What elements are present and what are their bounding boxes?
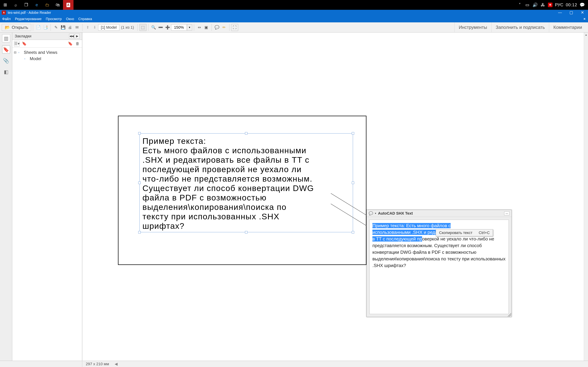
comment-icon: 💬 bbox=[369, 211, 373, 216]
avira-tray-icon[interactable]: ✶ bbox=[548, 3, 553, 7]
marquee-zoom-button[interactable]: 🔍 bbox=[150, 24, 157, 31]
file-explorer-icon[interactable]: 🗀 bbox=[42, 0, 52, 10]
window-title: tes-wint.pdf - Adobe Reader bbox=[8, 11, 51, 15]
chevron-down-icon[interactable]: ▼ bbox=[374, 212, 377, 215]
bookmarks-title: Закладки bbox=[15, 34, 31, 38]
document-text: Пример текста: Есть много файлов с испол… bbox=[142, 136, 350, 231]
fit-page-button[interactable]: ▣ bbox=[203, 24, 210, 31]
start-button[interactable]: ⊞ bbox=[0, 0, 10, 10]
bookmark-node-sheets[interactable]: ⊟ ▫ Sheets and Views bbox=[13, 49, 81, 56]
next-page-button[interactable]: ⬇ bbox=[91, 24, 98, 31]
bookmarks-toolbar: ☰▾ 🔖 🔖 🗑 bbox=[12, 40, 82, 48]
minimize-button[interactable]: — bbox=[554, 10, 566, 15]
adobe-reader-taskbar-icon[interactable]: A bbox=[63, 0, 73, 10]
vertical-scrollbar[interactable]: ▴ bbox=[584, 33, 588, 361]
network-icon[interactable]: 🖧 bbox=[540, 2, 545, 8]
page-number-field[interactable]: [1] Model bbox=[98, 24, 119, 31]
menu-window[interactable]: Окно bbox=[64, 15, 76, 22]
context-menu[interactable]: Скопировать текст Ctrl+C bbox=[436, 229, 493, 236]
document-viewport[interactable]: Пример текста: Есть много файлов с испол… bbox=[82, 33, 584, 361]
new-bookmark-button[interactable]: 🔖 bbox=[67, 41, 73, 47]
taskbar-clock[interactable]: 00:12 bbox=[566, 2, 577, 7]
action-center-icon[interactable]: 💬 bbox=[579, 2, 585, 8]
adobe-reader-icon: A bbox=[2, 10, 6, 15]
comments-panel-button[interactable]: Комментарии bbox=[549, 22, 586, 33]
edit-pdf-button[interactable]: ✎ bbox=[52, 24, 60, 31]
sticky-note-button[interactable]: 💬 bbox=[214, 24, 221, 31]
page-count: (1 из 1) bbox=[119, 25, 136, 30]
page-size-status: 297 x 210 мм bbox=[82, 361, 112, 367]
tools-panel-button[interactable]: Инструменты bbox=[454, 22, 491, 33]
open-button-label: Открыть bbox=[12, 25, 28, 30]
menu-edit[interactable]: Редактирование bbox=[13, 15, 43, 22]
battery-icon[interactable]: ▭ bbox=[525, 2, 530, 8]
comment-popup-body[interactable]: Пример текста: Есть много файлов с испол… bbox=[369, 220, 509, 314]
open-button[interactable]: 📂 Открыть bbox=[2, 24, 31, 31]
taskbar-search-icon[interactable]: ⌕ bbox=[10, 0, 21, 10]
tree-expander-icon[interactable]: ⊟ bbox=[13, 50, 17, 54]
thumbnails-rail-button[interactable]: ▥ bbox=[2, 34, 10, 42]
close-button[interactable]: ✕ bbox=[577, 10, 588, 15]
current-bookmark-button[interactable]: 🔖 bbox=[21, 41, 27, 47]
resize-handle[interactable] bbox=[352, 132, 354, 134]
print-button[interactable]: 🖨 bbox=[67, 24, 73, 31]
zoom-out-button[interactable]: ➖ bbox=[157, 24, 164, 31]
selected-text-annotation[interactable]: Пример текста: Есть много файлов с испол… bbox=[139, 133, 353, 232]
comment-popup-title: AutoCAD SHX Text bbox=[378, 211, 413, 216]
menu-view[interactable]: Просмотр bbox=[44, 15, 64, 22]
bookmarks-rail-button[interactable]: 🔖 bbox=[2, 45, 10, 53]
zoom-in-button[interactable]: ➕ bbox=[164, 24, 171, 31]
scroll-up-arrow[interactable]: ▴ bbox=[584, 33, 588, 37]
fill-sign-panel-button[interactable]: Заполнить и подписать bbox=[491, 22, 549, 33]
resize-handle[interactable] bbox=[245, 231, 247, 234]
create-pdf-button[interactable]: 📄 bbox=[35, 24, 42, 31]
task-view-icon[interactable]: ❐ bbox=[21, 0, 32, 10]
bookmarks-options-button[interactable]: ☰▾ bbox=[14, 41, 20, 47]
menu-doc-close-button[interactable]: × bbox=[581, 17, 588, 21]
status-bar: 297 x 210 мм ◀ bbox=[0, 361, 588, 367]
email-button[interactable]: ✉ bbox=[73, 24, 80, 31]
comment-popup[interactable]: 💬 ▼ AutoCAD SHX Text — Пример текста: Ес… bbox=[366, 210, 512, 317]
comment-popup-header[interactable]: 💬 ▼ AutoCAD SHX Text — bbox=[367, 210, 511, 217]
layers-rail-button[interactable]: ◧ bbox=[2, 68, 10, 76]
resize-handle[interactable] bbox=[138, 132, 141, 134]
menu-help[interactable]: Справка bbox=[76, 15, 94, 22]
bookmarks-header: Закладки ◀◀ ▶ bbox=[12, 33, 82, 40]
resize-handle[interactable] bbox=[138, 182, 141, 184]
context-menu-copy[interactable]: Скопировать текст bbox=[436, 231, 476, 235]
bookmark-label: Sheets and Views bbox=[24, 50, 57, 55]
highlight-button[interactable]: ✏ bbox=[221, 24, 227, 31]
page-icon: ▫ bbox=[24, 57, 28, 61]
prev-view-button[interactable]: ◀ bbox=[112, 361, 120, 367]
select-tool-button[interactable]: ⬚ bbox=[139, 24, 147, 31]
resize-handle[interactable] bbox=[352, 182, 354, 184]
edge-icon[interactable]: e bbox=[32, 0, 42, 10]
zoom-dropdown-button[interactable]: ▾ bbox=[187, 24, 192, 31]
fit-width-button[interactable]: ⇔ bbox=[196, 24, 203, 31]
read-mode-button[interactable]: ⛶ bbox=[231, 24, 238, 31]
popup-resize-grip[interactable] bbox=[508, 313, 511, 317]
delete-bookmark-button[interactable]: 🗑 bbox=[75, 41, 80, 47]
resize-handle[interactable] bbox=[352, 231, 354, 234]
collapse-panel-button[interactable]: ◀◀ bbox=[69, 34, 74, 39]
tray-chevron-icon[interactable]: ˅ bbox=[517, 2, 522, 8]
bookmarks-panel: Закладки ◀◀ ▶ ☰▾ 🔖 🔖 🗑 ⊟ ▫ Sheets and Vi… bbox=[12, 33, 82, 361]
resize-handle[interactable] bbox=[138, 231, 141, 234]
attachments-rail-button[interactable]: 📎 bbox=[2, 57, 10, 65]
resize-handle[interactable] bbox=[245, 132, 247, 134]
volume-icon[interactable]: 🔊 bbox=[533, 2, 538, 8]
zoom-value-field[interactable]: 150% bbox=[171, 24, 187, 31]
menu-file[interactable]: Файл bbox=[0, 15, 13, 22]
expand-panel-button[interactable]: ▶ bbox=[75, 34, 80, 39]
prev-page-button[interactable]: ⬆ bbox=[84, 24, 91, 31]
pdf-page: Пример текста: Есть много файлов с испол… bbox=[118, 116, 366, 265]
windows-taskbar: ⊞ ⌕ ❐ e 🗀 🛍 A ˅ ▭ 🔊 🖧 ✶ РУС 00:12 💬 bbox=[0, 0, 588, 10]
maximize-button[interactable]: ▢ bbox=[566, 10, 577, 15]
save-button[interactable]: 💾 bbox=[60, 24, 67, 31]
store-icon[interactable]: 🛍 bbox=[52, 0, 63, 10]
popup-minimize-button[interactable]: — bbox=[504, 211, 510, 215]
bookmark-node-model[interactable]: ▫ Model bbox=[19, 56, 81, 62]
toolbar: 📂 Открыть 📄 📑 ✎ 💾 🖨 ✉ ⬆ ⬇ [1] Model (1 и… bbox=[0, 22, 588, 33]
export-file-button[interactable]: 📑 bbox=[42, 24, 49, 31]
input-language[interactable]: РУС bbox=[555, 2, 563, 7]
